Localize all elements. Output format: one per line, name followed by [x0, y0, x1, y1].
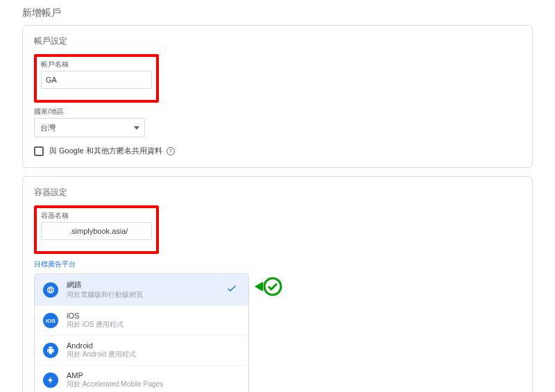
platform-name: AMP [67, 371, 240, 380]
platform-name: 網路 [67, 280, 240, 290]
platform-item-amp[interactable]: AMP 用於 Accelerated Mobile Pages [35, 366, 248, 392]
platform-item-ios[interactable]: iOS iOS 用於 iOS 應用程式 [35, 306, 248, 336]
container-name-input[interactable] [41, 222, 152, 240]
account-name-input[interactable] [41, 71, 152, 89]
share-data-label: 與 Google 和其他方匿名共用資料 [49, 146, 162, 156]
country-label: 國家/地區 [34, 107, 521, 117]
check-icon [226, 283, 237, 297]
container-section-title: 容器設定 [34, 187, 521, 198]
account-section-title: 帳戶設定 [34, 35, 521, 47]
container-name-label: 容器名稱 [41, 211, 152, 221]
country-value: 台灣 [40, 123, 56, 133]
share-data-checkbox[interactable] [34, 146, 44, 156]
platform-desc: 用於電腦版和行動版網頁 [67, 290, 240, 300]
platform-item-android[interactable]: Android 用於 Android 應用程式 [35, 336, 248, 366]
platform-name: iOS [67, 312, 240, 320]
annotation-check-icon [255, 276, 285, 297]
platform-desc: 用於 Android 應用程式 [67, 350, 240, 359]
ios-icon: iOS [43, 313, 58, 328]
platform-name: Android [67, 341, 240, 350]
amp-icon [43, 373, 58, 388]
platform-item-web[interactable]: 網路 用於電腦版和行動版網頁 [35, 274, 248, 306]
country-select[interactable]: 台灣 [34, 118, 145, 137]
account-settings-card: 帳戶設定 帳戶名稱 國家/地區 台灣 與 Google 和其他方匿名共用資料 ? [22, 25, 533, 168]
container-settings-card: 容器設定 容器名稱 目標廣告平台 網路 用於電腦版和行動版網頁 [22, 176, 533, 392]
help-icon[interactable]: ? [166, 147, 175, 155]
platform-list: 網路 用於電腦版和行動版網頁 iOS iOS 用於 iOS 應用程式 [34, 273, 249, 392]
container-name-highlight: 容器名稱 [34, 205, 159, 254]
page-title: 新增帳戶 [0, 0, 555, 25]
account-name-highlight: 帳戶名稱 [34, 54, 159, 103]
web-icon [43, 282, 58, 298]
android-icon [43, 343, 58, 358]
account-name-label: 帳戶名稱 [41, 60, 152, 69]
platform-desc: 用於 Accelerated Mobile Pages [67, 380, 240, 389]
target-platform-link[interactable]: 目標廣告平台 [34, 259, 521, 269]
svg-marker-0 [255, 282, 263, 291]
platform-desc: 用於 iOS 應用程式 [67, 320, 240, 330]
